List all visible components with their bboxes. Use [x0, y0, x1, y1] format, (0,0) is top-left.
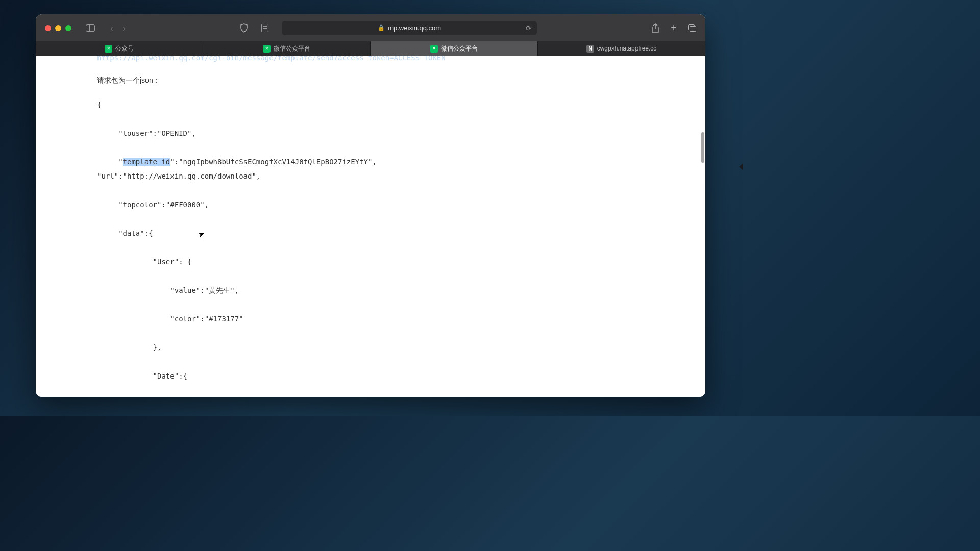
code-line: "value":"黄先生", — [97, 286, 239, 294]
code-line: "topcolor":"#FF0000", — [97, 201, 209, 209]
titlebar: ‹ › 🔒 mp.weixin.qq.com ⟳ + — [36, 14, 705, 41]
tab-strip: ✕ 公众号 ✕ 微信公众平台 ✕ 微信公众平台 N cwgpxh.natappf… — [36, 41, 705, 56]
code-line: "Date":{ — [97, 372, 187, 380]
wechat-favicon-icon: ✕ — [430, 45, 438, 53]
wechat-favicon-icon: ✕ — [263, 45, 271, 53]
lock-icon: 🔒 — [378, 24, 385, 31]
code-line: "User": { — [97, 258, 191, 266]
tab-natapp[interactable]: N cwgpxh.natappfree.cc — [538, 41, 705, 56]
privacy-shield-icon[interactable] — [240, 23, 248, 33]
tab-gongzhonghao[interactable]: ✕ 公众号 — [36, 41, 203, 56]
address-text: mp.weixin.qq.com — [388, 24, 441, 32]
window-controls — [45, 25, 71, 31]
json-code-block: { "touser":"OPENID", "template_id":"ngqI… — [97, 97, 665, 397]
page-content[interactable]: https://api.weixin.qq.com/cgi-bin/messag… — [36, 56, 705, 397]
sidebar-toggle-icon[interactable] — [86, 24, 95, 32]
code-line: { — [97, 101, 101, 109]
scrollbar-thumb[interactable] — [701, 132, 704, 163]
close-window-button[interactable] — [45, 25, 51, 31]
code-line: }, — [97, 343, 161, 352]
tab-overview-icon[interactable] — [688, 24, 696, 32]
selected-text: template_id — [123, 158, 170, 166]
reader-mode-icon[interactable] — [261, 24, 268, 32]
desktop-edge-decoration — [739, 163, 743, 170]
api-url-link[interactable]: https://api.weixin.qq.com/cgi-bin/messag… — [97, 56, 665, 62]
tab-label: cwgpxh.natappfree.cc — [597, 45, 657, 52]
reload-icon[interactable]: ⟳ — [526, 24, 532, 32]
request-description: 请求包为一个json： — [97, 76, 665, 85]
tab-weixin-platform-2[interactable]: ✕ 微信公众平台 — [371, 41, 538, 56]
tab-label: 公众号 — [115, 44, 134, 53]
code-line-prefix: " — [97, 158, 123, 166]
code-line: "url":"http://weixin.qq.com/download", — [97, 172, 260, 180]
code-line: "data":{ — [97, 229, 153, 237]
nav-arrows: ‹ › — [110, 23, 126, 33]
natapp-favicon-icon: N — [586, 45, 594, 53]
code-line: "color":"#173177" — [97, 315, 243, 323]
browser-window: ‹ › 🔒 mp.weixin.qq.com ⟳ + ✕ 公众号 ✕ — [36, 14, 705, 397]
tab-label: 微信公众平台 — [274, 44, 310, 53]
code-line-suffix: ":"ngqIpbwh8bUfcSsECmogfXcV14J0tQlEpBO27… — [170, 158, 377, 166]
wechat-favicon-icon: ✕ — [105, 45, 112, 53]
share-icon[interactable] — [651, 23, 659, 33]
tab-weixin-platform-1[interactable]: ✕ 微信公众平台 — [203, 41, 371, 56]
toolbar-right: + — [651, 22, 696, 34]
minimize-window-button[interactable] — [55, 25, 61, 31]
back-button[interactable]: ‹ — [110, 23, 113, 33]
forward-button[interactable]: › — [122, 23, 126, 33]
tab-label: 微信公众平台 — [441, 44, 478, 53]
maximize-window-button[interactable] — [65, 25, 71, 31]
code-line: "touser":"OPENID", — [97, 129, 196, 137]
new-tab-icon[interactable]: + — [671, 22, 677, 34]
address-bar[interactable]: 🔒 mp.weixin.qq.com ⟳ — [282, 21, 537, 35]
